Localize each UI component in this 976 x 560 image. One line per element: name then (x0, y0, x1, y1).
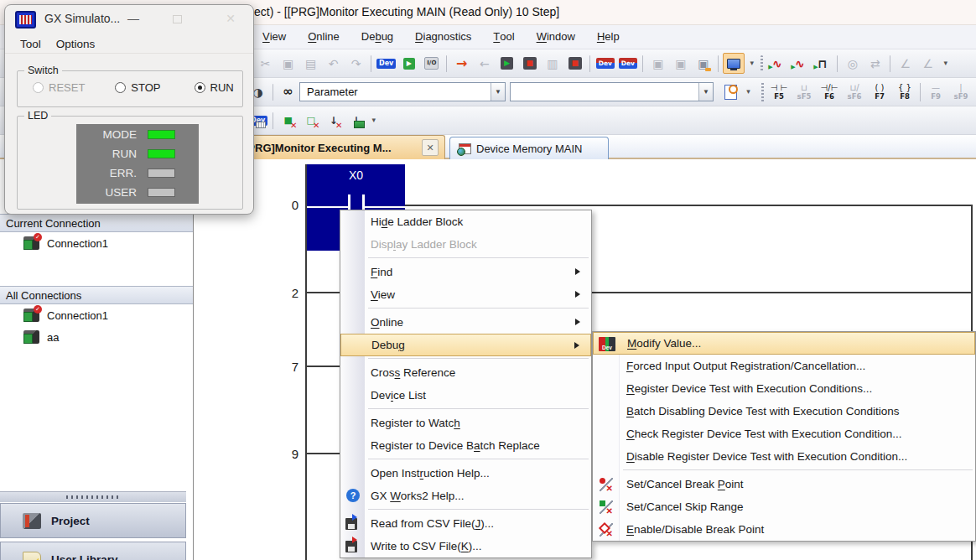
device-comment-search-icon[interactable]: Dev (376, 53, 397, 74)
tab-prg-monitor-executing-main[interactable]: [PRG]Monitor Executing M... ✕ (231, 135, 445, 159)
menu-set-cancel-break-point[interactable]: Set/Cancel Break Point (593, 473, 975, 495)
undo-icon[interactable]: ↶ (323, 53, 344, 74)
menu-display-ladder-block[interactable]: Display Ladder Block (340, 233, 591, 256)
menu-hide-ladder-block[interactable]: Hide Ladder Block (340, 210, 591, 233)
window-jump-icon[interactable]: ▣ (693, 53, 714, 74)
menu-read-from-csv-file[interactable]: Read from CSV File(J)... (340, 512, 591, 535)
window-next-icon[interactable]: ▣ (670, 53, 691, 74)
toolbar-overflow-chevron[interactable]: ▾ (368, 110, 379, 131)
menu-enable-disable-break-point[interactable]: Enable/Disable Break Point (593, 518, 975, 541)
ladder-open-contact-button[interactable]: ⊣ ⊢F5 (766, 79, 792, 105)
program-search-icon[interactable]: ▶ (398, 53, 419, 74)
menu-set-cancel-skip-range[interactable]: Set/Cancel Skip Range (593, 495, 975, 518)
sim-menu-options[interactable]: Options (49, 33, 103, 55)
graph-alt-icon[interactable]: ∠ (917, 53, 938, 74)
forced-off-icon[interactable]: □ (300, 110, 321, 131)
watch-monitor-icon[interactable]: ■ (564, 53, 585, 74)
tab-device-memory-main[interactable]: Device Memory MAIN (449, 137, 609, 159)
menu-window[interactable]: Window (526, 25, 586, 48)
ladder-closed-contact-button[interactable]: ⊣/⊢F6 (817, 79, 842, 105)
read-from-plc-icon[interactable]: ← (474, 53, 495, 74)
nav-user-library-button[interactable]: User Library (0, 542, 186, 560)
menu-batch-disabling-device-test[interactable]: Batch Disabling Device Test with Executi… (593, 400, 975, 423)
timing-chart-icon[interactable]: ⊓ (812, 53, 833, 74)
menu-online[interactable]: Online (297, 25, 350, 48)
find-target-combobox[interactable]: Parameter ▼ (299, 82, 506, 101)
menu-gx-works2-help[interactable]: ? GX Works2 Help... (340, 485, 591, 507)
cut-icon[interactable]: ✂ (255, 53, 276, 74)
find-in-document-icon[interactable] (720, 81, 741, 102)
menu-device-list[interactable]: Device List (340, 384, 591, 407)
sampling-trace-point-icon[interactable]: ∿ (789, 53, 810, 74)
menu-disable-register-device-test[interactable]: Disable Register Device Test with Execut… (593, 445, 975, 468)
menu-debug[interactable]: Debug (340, 334, 591, 356)
toolbar-overflow-chevron[interactable]: ▾ (743, 81, 754, 102)
graph-icon[interactable]: ∠ (895, 53, 916, 74)
pane-splitter[interactable] (0, 491, 186, 502)
ladder-horizontal-line-button[interactable]: —F9 (923, 79, 948, 105)
paste-icon[interactable]: ▤ (300, 53, 321, 74)
minimize-button[interactable]: — (124, 12, 143, 25)
menu-modify-value[interactable]: Dev Modify Value... (593, 332, 975, 355)
toolbar-overflow-chevron[interactable]: ▾ (940, 53, 951, 74)
menu-forced-input-output-registration-cancellation[interactable]: Forced Input Output Registration/Cancell… (593, 355, 975, 377)
menu-view[interactable]: View (252, 25, 297, 48)
tree-item-connection1[interactable]: Connection1 (0, 232, 193, 254)
io-search-icon[interactable]: I/O (421, 53, 442, 74)
device-monitor-icon[interactable]: Dev (594, 53, 615, 74)
maximize-button[interactable] (173, 15, 182, 23)
window-previous-icon[interactable]: ▣ (647, 53, 668, 74)
monitor-start-icon[interactable]: ▶ (496, 53, 517, 74)
toolbar-separator (273, 84, 273, 101)
write-to-plc-icon[interactable]: → (451, 53, 472, 74)
menu-tool[interactable]: Tool (482, 25, 525, 48)
simulator-title-bar[interactable]: GX Simulato... — ✕ (5, 5, 253, 32)
ladder-parallel-contact-button[interactable]: ⊔sF5 (792, 79, 817, 105)
menu-register-device-test[interactable]: Register Device Test with Execution Cond… (593, 377, 975, 400)
ladder-coil-button[interactable]: ( )F7 (867, 79, 892, 105)
tree-item-connection1[interactable]: Connection1 (0, 304, 193, 326)
menu-help[interactable]: Help (586, 25, 631, 48)
device-batch-monitor-icon[interactable]: Dev (617, 53, 638, 74)
ladder-application-instruction-button[interactable]: { }F8 (892, 79, 917, 105)
radio-reset[interactable]: RESET (33, 81, 85, 94)
monitor-mode-button[interactable] (723, 53, 745, 74)
find-text-combobox[interactable]: ▼ (510, 82, 714, 101)
toolbar-overflow-chevron[interactable]: ▾ (746, 53, 757, 74)
forced-on-icon[interactable]: ■ (278, 110, 299, 131)
close-button[interactable]: ✕ (221, 12, 240, 25)
sim-menu-tool[interactable]: Tool (13, 33, 49, 55)
chevron-down-icon[interactable]: ▼ (491, 83, 505, 101)
menu-register-to-watch[interactable]: Register to Watch (340, 412, 591, 434)
menu-view[interactable]: View (340, 283, 591, 306)
menu-debug[interactable]: Debug (350, 25, 404, 48)
sampling-trace-icon[interactable]: ∿ (766, 53, 787, 74)
find-binoculars-icon[interactable]: ∞ (278, 81, 299, 102)
menu-check-register-device-test[interactable]: Check Register Device Test with Executio… (593, 423, 975, 445)
gx-simulator-window[interactable]: GX Simulato... — ✕ Tool Options Switch R… (4, 4, 254, 215)
radio-run[interactable]: RUN (195, 81, 234, 94)
plc-connection-icon (23, 330, 39, 344)
nav-project-button[interactable]: Project (0, 503, 186, 538)
radio-stop[interactable]: STOP (115, 81, 160, 94)
redo-icon[interactable]: ↷ (345, 53, 366, 74)
trace-transfer-icon[interactable]: ⇄ (864, 53, 885, 74)
menu-find[interactable]: Find (340, 261, 591, 283)
ladder-parallel-closed-contact-button[interactable]: ⊔/sF6 (842, 79, 867, 105)
cancel-forced-icon[interactable]: ↓ (323, 110, 344, 131)
monitor-stop-icon[interactable]: ■ (519, 53, 540, 74)
menu-register-to-device-batch-replace[interactable]: Register to Device Batch Replace (340, 434, 591, 457)
trace-search-icon[interactable]: ◎ (842, 53, 863, 74)
tree-item-aa[interactable]: aa (0, 326, 193, 348)
menu-write-to-csv-file[interactable]: Write to CSV File(K)... (340, 535, 591, 557)
menu-open-instruction-help[interactable]: Open Instruction Help... (340, 462, 591, 485)
tab-close-icon[interactable]: ✕ (422, 139, 439, 156)
chevron-down-icon[interactable]: ▼ (698, 83, 713, 101)
menu-diagnostics[interactable]: Diagnostics (404, 25, 482, 48)
forced-list-icon[interactable]: ↓ (345, 110, 366, 131)
monitor-pause-icon[interactable]: ▥ (542, 53, 563, 74)
menu-online[interactable]: Online (340, 311, 591, 334)
copy-icon[interactable]: ▣ (278, 53, 299, 74)
ladder-vertical-line-button[interactable]: |sF9 (948, 79, 973, 105)
menu-cross-reference[interactable]: Cross Reference (340, 361, 591, 384)
